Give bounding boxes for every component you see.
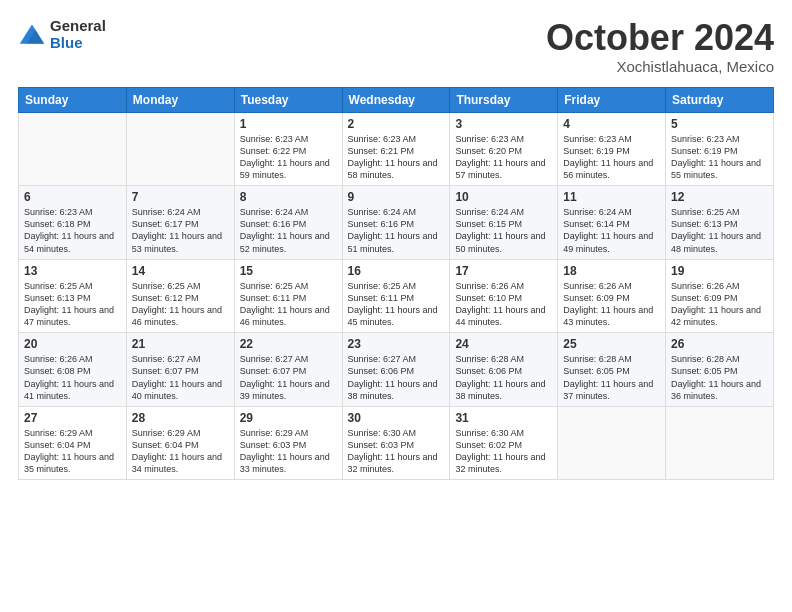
day-number: 29 bbox=[240, 411, 337, 425]
sunset-text: Sunset: 6:15 PM bbox=[455, 218, 552, 230]
daylight-text: Daylight: 11 hours and 35 minutes. bbox=[24, 451, 121, 475]
calendar-week-4: 20Sunrise: 6:26 AMSunset: 6:08 PMDayligh… bbox=[19, 333, 774, 407]
sunrise-text: Sunrise: 6:23 AM bbox=[455, 133, 552, 145]
sunset-text: Sunset: 6:13 PM bbox=[671, 218, 768, 230]
daylight-text: Daylight: 11 hours and 45 minutes. bbox=[348, 304, 445, 328]
daylight-text: Daylight: 11 hours and 38 minutes. bbox=[348, 378, 445, 402]
sunrise-text: Sunrise: 6:24 AM bbox=[563, 206, 660, 218]
logo-icon bbox=[18, 21, 46, 49]
table-row: 7Sunrise: 6:24 AMSunset: 6:17 PMDaylight… bbox=[126, 186, 234, 260]
daylight-text: Daylight: 11 hours and 49 minutes. bbox=[563, 230, 660, 254]
sunrise-text: Sunrise: 6:29 AM bbox=[132, 427, 229, 439]
day-number: 21 bbox=[132, 337, 229, 351]
daylight-text: Daylight: 11 hours and 50 minutes. bbox=[455, 230, 552, 254]
day-info: Sunrise: 6:24 AMSunset: 6:14 PMDaylight:… bbox=[563, 206, 660, 255]
table-row: 21Sunrise: 6:27 AMSunset: 6:07 PMDayligh… bbox=[126, 333, 234, 407]
day-number: 13 bbox=[24, 264, 121, 278]
day-info: Sunrise: 6:26 AMSunset: 6:08 PMDaylight:… bbox=[24, 353, 121, 402]
sunset-text: Sunset: 6:08 PM bbox=[24, 365, 121, 377]
day-number: 19 bbox=[671, 264, 768, 278]
day-number: 25 bbox=[563, 337, 660, 351]
day-number: 5 bbox=[671, 117, 768, 131]
sunrise-text: Sunrise: 6:24 AM bbox=[455, 206, 552, 218]
sunset-text: Sunset: 6:20 PM bbox=[455, 145, 552, 157]
day-number: 15 bbox=[240, 264, 337, 278]
day-number: 4 bbox=[563, 117, 660, 131]
table-row: 17Sunrise: 6:26 AMSunset: 6:10 PMDayligh… bbox=[450, 259, 558, 333]
col-tuesday: Tuesday bbox=[234, 87, 342, 112]
table-row: 15Sunrise: 6:25 AMSunset: 6:11 PMDayligh… bbox=[234, 259, 342, 333]
logo-general-text: General bbox=[50, 18, 106, 35]
col-wednesday: Wednesday bbox=[342, 87, 450, 112]
table-row: 27Sunrise: 6:29 AMSunset: 6:04 PMDayligh… bbox=[19, 406, 127, 480]
table-row: 31Sunrise: 6:30 AMSunset: 6:02 PMDayligh… bbox=[450, 406, 558, 480]
day-info: Sunrise: 6:25 AMSunset: 6:12 PMDaylight:… bbox=[132, 280, 229, 329]
day-info: Sunrise: 6:28 AMSunset: 6:05 PMDaylight:… bbox=[563, 353, 660, 402]
sunrise-text: Sunrise: 6:28 AM bbox=[455, 353, 552, 365]
sunrise-text: Sunrise: 6:29 AM bbox=[24, 427, 121, 439]
header: General Blue October 2024 Xochistlahuaca… bbox=[18, 18, 774, 75]
day-info: Sunrise: 6:28 AMSunset: 6:06 PMDaylight:… bbox=[455, 353, 552, 402]
sunset-text: Sunset: 6:19 PM bbox=[671, 145, 768, 157]
sunrise-text: Sunrise: 6:26 AM bbox=[563, 280, 660, 292]
sunset-text: Sunset: 6:14 PM bbox=[563, 218, 660, 230]
sunset-text: Sunset: 6:10 PM bbox=[455, 292, 552, 304]
day-info: Sunrise: 6:26 AMSunset: 6:09 PMDaylight:… bbox=[671, 280, 768, 329]
logo: General Blue bbox=[18, 18, 106, 51]
day-info: Sunrise: 6:23 AMSunset: 6:20 PMDaylight:… bbox=[455, 133, 552, 182]
day-number: 11 bbox=[563, 190, 660, 204]
sunset-text: Sunset: 6:07 PM bbox=[240, 365, 337, 377]
sunset-text: Sunset: 6:04 PM bbox=[132, 439, 229, 451]
sunrise-text: Sunrise: 6:28 AM bbox=[563, 353, 660, 365]
day-number: 27 bbox=[24, 411, 121, 425]
daylight-text: Daylight: 11 hours and 52 minutes. bbox=[240, 230, 337, 254]
table-row: 24Sunrise: 6:28 AMSunset: 6:06 PMDayligh… bbox=[450, 333, 558, 407]
table-row bbox=[126, 112, 234, 186]
day-number: 1 bbox=[240, 117, 337, 131]
sunset-text: Sunset: 6:18 PM bbox=[24, 218, 121, 230]
day-info: Sunrise: 6:27 AMSunset: 6:07 PMDaylight:… bbox=[132, 353, 229, 402]
calendar-header-row: Sunday Monday Tuesday Wednesday Thursday… bbox=[19, 87, 774, 112]
day-info: Sunrise: 6:30 AMSunset: 6:02 PMDaylight:… bbox=[455, 427, 552, 476]
title-month: October 2024 bbox=[546, 18, 774, 58]
table-row: 30Sunrise: 6:30 AMSunset: 6:03 PMDayligh… bbox=[342, 406, 450, 480]
day-info: Sunrise: 6:23 AMSunset: 6:22 PMDaylight:… bbox=[240, 133, 337, 182]
day-info: Sunrise: 6:30 AMSunset: 6:03 PMDaylight:… bbox=[348, 427, 445, 476]
sunset-text: Sunset: 6:22 PM bbox=[240, 145, 337, 157]
sunrise-text: Sunrise: 6:30 AM bbox=[348, 427, 445, 439]
logo-text: General Blue bbox=[50, 18, 106, 51]
col-monday: Monday bbox=[126, 87, 234, 112]
daylight-text: Daylight: 11 hours and 58 minutes. bbox=[348, 157, 445, 181]
sunrise-text: Sunrise: 6:23 AM bbox=[563, 133, 660, 145]
day-number: 9 bbox=[348, 190, 445, 204]
day-info: Sunrise: 6:23 AMSunset: 6:21 PMDaylight:… bbox=[348, 133, 445, 182]
calendar-week-3: 13Sunrise: 6:25 AMSunset: 6:13 PMDayligh… bbox=[19, 259, 774, 333]
day-info: Sunrise: 6:25 AMSunset: 6:13 PMDaylight:… bbox=[24, 280, 121, 329]
day-info: Sunrise: 6:24 AMSunset: 6:16 PMDaylight:… bbox=[348, 206, 445, 255]
table-row: 20Sunrise: 6:26 AMSunset: 6:08 PMDayligh… bbox=[19, 333, 127, 407]
table-row: 19Sunrise: 6:26 AMSunset: 6:09 PMDayligh… bbox=[666, 259, 774, 333]
day-info: Sunrise: 6:25 AMSunset: 6:11 PMDaylight:… bbox=[240, 280, 337, 329]
sunset-text: Sunset: 6:11 PM bbox=[348, 292, 445, 304]
daylight-text: Daylight: 11 hours and 38 minutes. bbox=[455, 378, 552, 402]
title-location: Xochistlahuaca, Mexico bbox=[546, 58, 774, 75]
day-number: 18 bbox=[563, 264, 660, 278]
sunrise-text: Sunrise: 6:27 AM bbox=[132, 353, 229, 365]
table-row: 3Sunrise: 6:23 AMSunset: 6:20 PMDaylight… bbox=[450, 112, 558, 186]
sunset-text: Sunset: 6:09 PM bbox=[563, 292, 660, 304]
sunrise-text: Sunrise: 6:24 AM bbox=[132, 206, 229, 218]
table-row: 2Sunrise: 6:23 AMSunset: 6:21 PMDaylight… bbox=[342, 112, 450, 186]
calendar-week-5: 27Sunrise: 6:29 AMSunset: 6:04 PMDayligh… bbox=[19, 406, 774, 480]
daylight-text: Daylight: 11 hours and 34 minutes. bbox=[132, 451, 229, 475]
day-number: 30 bbox=[348, 411, 445, 425]
calendar-week-1: 1Sunrise: 6:23 AMSunset: 6:22 PMDaylight… bbox=[19, 112, 774, 186]
table-row: 11Sunrise: 6:24 AMSunset: 6:14 PMDayligh… bbox=[558, 186, 666, 260]
sunrise-text: Sunrise: 6:25 AM bbox=[24, 280, 121, 292]
sunrise-text: Sunrise: 6:27 AM bbox=[348, 353, 445, 365]
page: General Blue October 2024 Xochistlahuaca… bbox=[0, 0, 792, 612]
day-number: 8 bbox=[240, 190, 337, 204]
day-info: Sunrise: 6:25 AMSunset: 6:13 PMDaylight:… bbox=[671, 206, 768, 255]
table-row bbox=[558, 406, 666, 480]
day-info: Sunrise: 6:27 AMSunset: 6:06 PMDaylight:… bbox=[348, 353, 445, 402]
sunset-text: Sunset: 6:07 PM bbox=[132, 365, 229, 377]
